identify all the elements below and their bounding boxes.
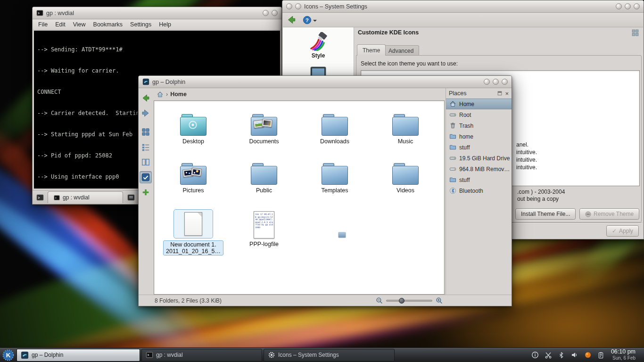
taskbar-task-system-settings[interactable]: Icons – System Settings bbox=[264, 349, 395, 362]
folder-documents[interactable]: Documents bbox=[229, 107, 299, 156]
bluetooth-icon[interactable] bbox=[556, 349, 567, 361]
menu-bookmarks[interactable]: Bookmarks bbox=[90, 20, 127, 29]
help-button[interactable]: ? bbox=[303, 16, 317, 25]
minimize-button[interactable] bbox=[484, 79, 490, 85]
icons-view-button[interactable] bbox=[140, 126, 152, 138]
clipboard-icon[interactable] bbox=[596, 349, 606, 361]
place-trash[interactable]: Trash bbox=[446, 120, 512, 131]
menu-view[interactable]: View bbox=[69, 20, 90, 29]
details-view-button[interactable] bbox=[140, 141, 152, 153]
menu-settings[interactable]: Settings bbox=[126, 20, 155, 29]
place-label: Bluetooth bbox=[459, 188, 483, 194]
place-home-folder[interactable]: home bbox=[446, 131, 512, 142]
removable-drive-icon bbox=[449, 165, 456, 173]
place-removable-drive[interactable]: 964.8 MiB Remov… bbox=[446, 164, 512, 174]
system-settings-titlebar[interactable]: Icons – System Settings bbox=[282, 0, 644, 13]
menu-file[interactable]: File bbox=[34, 20, 51, 29]
split-view-button[interactable] bbox=[140, 186, 152, 198]
icon-view-toggle[interactable] bbox=[631, 29, 639, 37]
folder-icon bbox=[449, 144, 456, 151]
folder-music[interactable]: Music bbox=[370, 107, 441, 156]
close-button[interactable] bbox=[272, 10, 278, 16]
terminal-line: --> Waiting for carrier. bbox=[37, 67, 277, 74]
file-label-line: New document 1. bbox=[166, 241, 221, 248]
preview-toggle-button[interactable] bbox=[140, 171, 152, 183]
columns-view-button[interactable] bbox=[140, 156, 152, 168]
places-panel: Places × Home Root Trash home bbox=[446, 88, 512, 295]
place-bluetooth[interactable]: Bluetooth bbox=[446, 185, 512, 196]
dolphin-file-view[interactable]: Desktop Documents Downloads Music bbox=[154, 100, 445, 295]
folder-videos[interactable]: Videos bbox=[370, 156, 441, 205]
folder-templates[interactable]: Templates bbox=[299, 156, 370, 205]
dolphin-window: gp – Dolphin bbox=[138, 75, 512, 306]
tab-theme[interactable]: Theme bbox=[357, 44, 386, 56]
new-tab-button[interactable] bbox=[34, 192, 45, 203]
place-label: stuff bbox=[459, 144, 470, 151]
place-hard-drive[interactable]: 19.5 GiB Hard Drive bbox=[446, 153, 512, 164]
volume-icon[interactable] bbox=[570, 349, 580, 361]
place-home[interactable]: Home bbox=[446, 99, 512, 109]
detach-panel-icon[interactable] bbox=[497, 90, 503, 96]
place-label: 19.5 GiB Hard Drive bbox=[459, 155, 510, 162]
folder-label: Pictures bbox=[182, 187, 204, 194]
clock[interactable]: 06:10 pm Sun, 6 Feb bbox=[611, 349, 636, 361]
svg-text:?: ? bbox=[305, 17, 309, 23]
install-theme-button[interactable]: Install Theme File... bbox=[515, 208, 576, 220]
konsole-app-icon bbox=[36, 9, 43, 16]
zoom-slider[interactable] bbox=[386, 300, 432, 302]
place-label: Root bbox=[459, 112, 471, 118]
trash-icon bbox=[449, 122, 456, 129]
launcher-button[interactable]: K bbox=[1, 348, 15, 362]
file-new-document[interactable]: New document 1. 2011_01_20_16_5… bbox=[158, 205, 229, 275]
forward-button[interactable] bbox=[140, 107, 152, 119]
menu-help[interactable]: Help bbox=[155, 20, 175, 29]
style-brush-icon bbox=[309, 32, 328, 51]
folder-label: Documents bbox=[249, 138, 279, 145]
file-label-selected: New document 1. 2011_01_20_16_5… bbox=[163, 240, 223, 255]
close-button[interactable] bbox=[502, 79, 508, 85]
konsole-titlebar[interactable]: gp : wvdial bbox=[33, 7, 281, 19]
home-icon bbox=[449, 100, 456, 107]
dolphin-titlebar[interactable]: gp – Dolphin bbox=[139, 76, 512, 88]
minimize-button[interactable] bbox=[616, 3, 622, 9]
place-stuff-1[interactable]: stuff bbox=[446, 142, 512, 153]
taskbar-task-dolphin[interactable]: gp – Dolphin bbox=[17, 349, 140, 362]
maximize-button[interactable] bbox=[625, 3, 631, 9]
tab-list-button[interactable] bbox=[125, 192, 136, 203]
minimize-button[interactable] bbox=[263, 10, 269, 16]
breadcrumb-home-icon[interactable] bbox=[157, 91, 164, 98]
folder-pictures[interactable]: Pictures bbox=[158, 156, 229, 205]
folder-desktop[interactable]: Desktop bbox=[158, 107, 229, 156]
zoom-slider-handle[interactable] bbox=[399, 298, 405, 304]
back-button[interactable] bbox=[140, 92, 152, 104]
apply-label: Apply bbox=[619, 228, 633, 234]
folder-label: Templates bbox=[322, 187, 348, 194]
place-root[interactable]: Root bbox=[446, 109, 512, 120]
zoom-in-icon[interactable] bbox=[436, 297, 443, 304]
place-stuff-2[interactable]: stuff bbox=[446, 174, 512, 185]
terminal-app-icon bbox=[146, 351, 153, 359]
menu-edit[interactable]: Edit bbox=[51, 20, 69, 29]
folder-public[interactable]: Public bbox=[229, 156, 299, 205]
places-panel-title: Places bbox=[449, 90, 495, 97]
maximize-button[interactable] bbox=[493, 79, 499, 85]
scissors-icon[interactable] bbox=[543, 349, 553, 361]
close-button[interactable] bbox=[634, 3, 640, 9]
terminal-tab[interactable]: gp : wvdial bbox=[48, 191, 123, 203]
taskbar-task-wvdial[interactable]: gp : wvdial bbox=[141, 349, 262, 362]
category-style[interactable]: Style bbox=[283, 32, 354, 59]
tab-advanced[interactable]: Advanced bbox=[383, 45, 419, 56]
back-button[interactable] bbox=[286, 14, 297, 25]
apply-button[interactable]: ✓ Apply bbox=[606, 225, 639, 237]
file-ppp-logfile[interactable]: Jan 17 09:47:18 gp-Aspire-5738 pppd[1946… bbox=[229, 205, 299, 275]
window-title: gp – Dolphin bbox=[152, 79, 185, 85]
zoom-out-icon[interactable] bbox=[376, 297, 383, 304]
remove-theme-button[interactable]: Remove Theme bbox=[579, 208, 639, 220]
info-icon[interactable] bbox=[530, 349, 540, 361]
folder-downloads[interactable]: Downloads bbox=[299, 107, 370, 156]
close-panel-icon[interactable]: × bbox=[505, 90, 509, 97]
breadcrumb-home[interactable]: Home bbox=[170, 91, 187, 98]
titlebar-left-button-2[interactable] bbox=[295, 3, 301, 9]
network-status-icon[interactable] bbox=[583, 349, 593, 361]
titlebar-left-button-1[interactable] bbox=[286, 3, 292, 9]
